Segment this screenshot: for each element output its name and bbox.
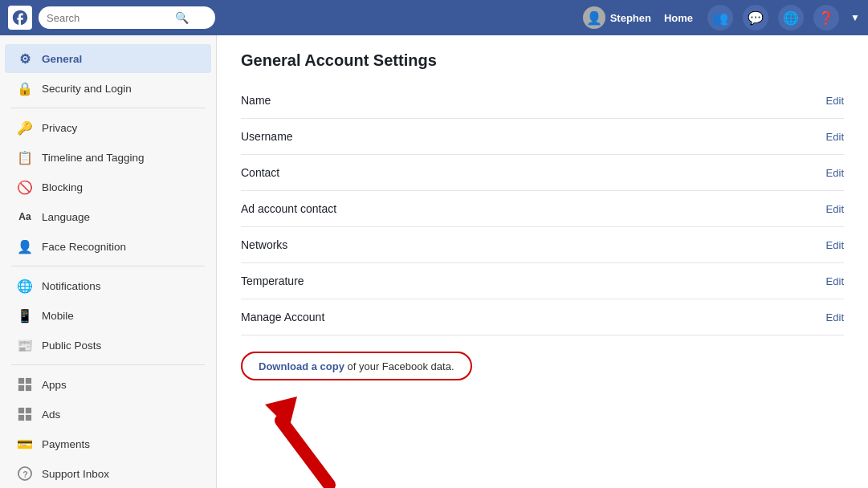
settings-row-username: Username Edit	[241, 119, 844, 155]
gear-icon: ⚙	[16, 50, 34, 67]
settings-row-temperature: Temperature Edit	[241, 263, 844, 299]
sidebar-item-face-recognition[interactable]: 👤 Face Recognition	[5, 232, 211, 261]
sidebar-item-blocking[interactable]: 🚫 Blocking	[5, 173, 211, 201]
sidebar-item-label: Ads	[42, 409, 60, 421]
sidebar-item-label: Apps	[42, 379, 67, 391]
sidebar-divider	[11, 364, 205, 365]
edit-networks-link[interactable]: Edit	[826, 239, 844, 251]
main-content: General Account Settings Name Edit Usern…	[217, 35, 868, 488]
edit-manage-account-link[interactable]: Edit	[826, 311, 844, 323]
sidebar-item-label: Face Recognition	[42, 241, 126, 253]
sidebar-item-ads[interactable]: Ads	[5, 400, 211, 429]
edit-username-link[interactable]: Edit	[826, 131, 844, 143]
help-icon[interactable]: ❓	[813, 5, 839, 31]
svg-rect-2	[18, 385, 24, 391]
svg-rect-0	[18, 378, 24, 384]
sidebar-section-apps: Apps Ads 💳 Payments ? Support I	[0, 370, 216, 488]
sidebar: ⚙ General 🔒 Security and Login 🔑 Privacy…	[0, 35, 217, 488]
messenger-icon[interactable]: 💬	[743, 5, 768, 31]
sidebar-item-label: Support Inbox	[42, 468, 109, 480]
avatar: 👤	[583, 6, 605, 29]
settings-row-networks: Networks Edit	[241, 227, 844, 263]
page-layout: ⚙ General 🔒 Security and Login 🔑 Privacy…	[0, 35, 868, 488]
sidebar-item-label: Notifications	[42, 280, 101, 292]
search-box[interactable]: 🔍	[39, 6, 215, 29]
row-label-name: Name	[241, 94, 826, 107]
svg-rect-1	[26, 378, 31, 384]
sidebar-item-mobile[interactable]: 📱 Mobile	[5, 301, 211, 330]
friends-icon[interactable]: 👥	[707, 5, 733, 31]
notifications-icon: 🌐	[16, 277, 34, 295]
row-label-networks: Networks	[241, 238, 826, 251]
sidebar-item-public-posts[interactable]: 📰 Public Posts	[5, 331, 211, 360]
mobile-icon: 📱	[16, 307, 34, 324]
edit-contact-link[interactable]: Edit	[826, 167, 844, 179]
row-label-contact: Contact	[241, 166, 826, 179]
edit-name-link[interactable]: Edit	[826, 95, 844, 107]
privacy-icon: 🔑	[16, 119, 34, 136]
settings-row-ad-account-contact: Ad account contact Edit	[241, 191, 844, 227]
settings-row-manage-account: Manage Account Edit	[241, 299, 844, 336]
row-label-username: Username	[241, 130, 826, 143]
top-navigation: 🔍 👤 Stephen Home 👥 💬 🌐 ❓ ▼	[0, 0, 868, 35]
sidebar-item-label: Payments	[42, 438, 90, 450]
sidebar-item-apps[interactable]: Apps	[5, 370, 211, 399]
page-title: General Account Settings	[241, 51, 844, 70]
svg-rect-4	[18, 408, 24, 413]
user-name: Stephen	[610, 12, 651, 24]
facebook-logo	[8, 6, 32, 30]
svg-rect-5	[26, 408, 31, 413]
support-inbox-icon: ?	[16, 465, 34, 482]
timeline-icon: 📋	[16, 148, 34, 166]
sidebar-item-notifications[interactable]: 🌐 Notifications	[5, 271, 211, 300]
public-posts-icon: 📰	[16, 336, 34, 354]
annotation-arrow	[241, 388, 401, 488]
settings-row-name: Name Edit	[241, 83, 844, 119]
download-suffix: of your Facebook data.	[344, 360, 454, 372]
payments-icon: 💳	[16, 435, 34, 453]
settings-table: Name Edit Username Edit Contact Edit Ad …	[241, 83, 844, 336]
ads-icon	[16, 405, 34, 423]
sidebar-divider	[11, 108, 205, 108]
sidebar-item-label: Security and Login	[42, 83, 132, 95]
row-label-manage-account: Manage Account	[241, 311, 826, 323]
sidebar-section-notifications: 🌐 Notifications 📱 Mobile 📰 Public Posts	[0, 271, 216, 360]
download-link-text: Download a copy of your Facebook data.	[259, 360, 454, 372]
sidebar-item-language[interactable]: Aa Language	[5, 202, 211, 231]
sidebar-item-label: Blocking	[42, 181, 83, 193]
sidebar-item-general[interactable]: ⚙ General	[5, 44, 211, 73]
red-arrow-svg	[241, 388, 369, 488]
face-recognition-icon: 👤	[16, 238, 34, 255]
globe-icon[interactable]: 🌐	[778, 5, 804, 31]
sidebar-item-payments[interactable]: 💳 Payments	[5, 429, 211, 458]
sidebar-section-main: ⚙ General 🔒 Security and Login	[0, 44, 216, 103]
nav-dropdown-icon[interactable]: ▼	[850, 12, 860, 23]
language-icon: Aa	[16, 208, 34, 226]
sidebar-item-privacy[interactable]: 🔑 Privacy	[5, 113, 211, 142]
download-highlight: Download a copy of your Facebook data.	[241, 352, 472, 380]
search-input[interactable]	[47, 12, 175, 24]
settings-row-contact: Contact Edit	[241, 155, 844, 191]
sidebar-section-privacy: 🔑 Privacy 📋 Timeline and Tagging 🚫 Block…	[0, 113, 216, 261]
sidebar-item-label: Privacy	[42, 122, 77, 134]
row-label-temperature: Temperature	[241, 274, 826, 287]
edit-temperature-link[interactable]: Edit	[826, 275, 844, 287]
download-copy-link[interactable]: Download a copy	[259, 360, 344, 372]
sidebar-item-timeline-tagging[interactable]: 📋 Timeline and Tagging	[5, 143, 211, 172]
sidebar-item-support-inbox[interactable]: ? Support Inbox	[5, 459, 211, 488]
svg-rect-7	[26, 415, 31, 421]
svg-rect-3	[26, 385, 31, 391]
user-profile[interactable]: 👤 Stephen	[583, 6, 651, 29]
apps-icon	[16, 376, 34, 393]
lock-icon: 🔒	[16, 79, 34, 97]
blocking-icon: 🚫	[16, 178, 34, 196]
search-icon: 🔍	[175, 11, 189, 24]
svg-text:?: ?	[22, 470, 28, 479]
sidebar-item-label: Mobile	[42, 310, 74, 322]
sidebar-divider	[11, 266, 205, 266]
home-link[interactable]: Home	[658, 12, 699, 24]
download-section: Download a copy of your Facebook data.	[241, 352, 844, 488]
edit-ad-account-contact-link[interactable]: Edit	[826, 203, 844, 215]
sidebar-item-security-login[interactable]: 🔒 Security and Login	[5, 74, 211, 103]
svg-line-15	[281, 421, 329, 485]
